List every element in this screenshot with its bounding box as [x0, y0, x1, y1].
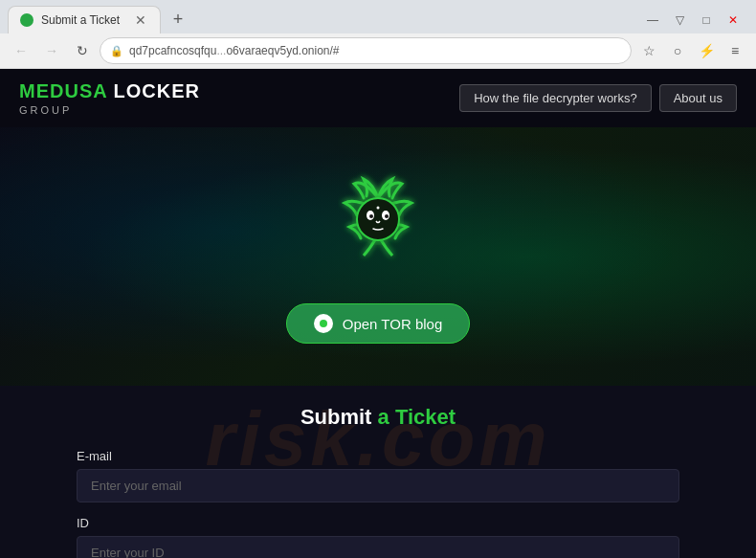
- url-bar[interactable]: 🔒 qd7pcafncosqfqu...o6varaeqv5yd.onion/#: [100, 37, 632, 64]
- menu-icon[interactable]: ≡: [722, 37, 748, 64]
- email-input[interactable]: [77, 469, 679, 502]
- tab-window-maximize-icon[interactable]: □: [695, 9, 718, 32]
- forward-button[interactable]: →: [38, 37, 65, 64]
- bookmark-icon[interactable]: ☆: [635, 37, 662, 64]
- new-tab-button[interactable]: +: [165, 7, 191, 33]
- hero-section: Open TOR blog: [0, 127, 756, 386]
- site-nav: MEDUSA LOCKER GROUP How the file decrypt…: [0, 69, 756, 127]
- id-group: ID: [77, 516, 679, 558]
- security-icon: 🔒: [110, 45, 123, 57]
- logo-locker: LOCKER: [107, 80, 200, 101]
- svg-point-4: [385, 214, 389, 218]
- active-tab[interactable]: Submit a Ticket ✕: [8, 6, 161, 33]
- medusa-logo: [321, 169, 435, 284]
- tab-title: Submit a Ticket: [41, 13, 120, 27]
- svg-point-0: [357, 198, 399, 240]
- id-label: ID: [77, 516, 679, 530]
- open-tor-blog-button[interactable]: Open TOR blog: [286, 303, 471, 344]
- logo-group: GROUP: [19, 104, 200, 116]
- logo-medusa: MEDUSA: [19, 80, 107, 101]
- svg-point-5: [377, 207, 380, 210]
- email-group: E-mail: [77, 449, 679, 502]
- tab-minimize-icon[interactable]: —: [641, 9, 664, 32]
- form-section: risk.com Submit a Ticket E-mail ID: [0, 386, 756, 558]
- tab-close-button[interactable]: ✕: [133, 12, 148, 28]
- svg-point-3: [369, 214, 373, 218]
- form-title: Submit a Ticket: [77, 405, 679, 430]
- tab-favicon: [20, 13, 33, 27]
- tab-close-window-icon[interactable]: ✕: [722, 9, 745, 32]
- extensions-icon[interactable]: ⚡: [693, 37, 720, 64]
- tab-maximize-icon[interactable]: ▽: [668, 9, 691, 32]
- reload-button[interactable]: ↻: [69, 37, 96, 64]
- url-text: qd7pcafncosqfqu...o6varaeqv5yd.onion/#: [129, 44, 621, 57]
- profile-icon[interactable]: ○: [664, 37, 691, 64]
- tor-icon: [314, 314, 333, 333]
- email-label: E-mail: [77, 449, 679, 463]
- tor-btn-label: Open TOR blog: [343, 316, 443, 332]
- decrypter-link[interactable]: How the file decrypter works?: [459, 84, 652, 112]
- id-input[interactable]: [77, 536, 679, 558]
- site-content: MEDUSA LOCKER GROUP How the file decrypt…: [0, 69, 756, 558]
- about-link[interactable]: About us: [659, 84, 737, 112]
- back-button[interactable]: ←: [8, 37, 34, 64]
- site-logo: MEDUSA LOCKER GROUP: [19, 80, 200, 116]
